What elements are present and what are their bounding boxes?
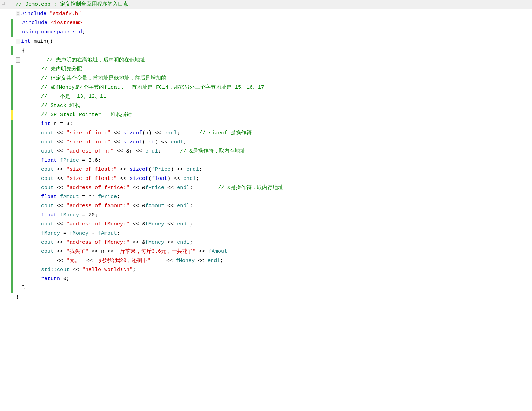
token: endl (183, 176, 196, 182)
token: ; (220, 258, 223, 264)
token: cout (41, 139, 54, 145)
fold-button[interactable] (0, 193, 6, 202)
code-line: // Stack 堆栈 (0, 101, 532, 110)
token: << & (129, 221, 145, 227)
line-text: #include <iostream> (13, 19, 532, 28)
token: endl (164, 130, 177, 136)
code-line: } (0, 293, 532, 302)
fold-button[interactable] (0, 293, 6, 302)
token: "address of fAmout:" (66, 203, 129, 209)
gutter-area (0, 238, 11, 247)
fold-button[interactable] (0, 46, 6, 55)
fold-button[interactable] (0, 220, 6, 229)
token (16, 221, 41, 227)
token: // sizeof 是操作符 (199, 130, 252, 136)
token (16, 249, 41, 255)
token: fPrice (152, 167, 171, 173)
gutter-area (0, 101, 11, 110)
line-text: float fMoney = 20; (13, 211, 532, 220)
token: << (54, 221, 66, 227)
fold-button[interactable] (0, 238, 6, 247)
fold-button[interactable] (0, 138, 6, 147)
code-line: cout << "address of n:" << &n << endl; /… (0, 147, 532, 156)
code-line: } (0, 284, 532, 293)
token: << (54, 240, 66, 245)
fold-button[interactable] (0, 92, 6, 101)
token: "元。" (66, 258, 83, 264)
fold-icon[interactable]: □ (16, 39, 20, 44)
fold-button[interactable] (0, 147, 6, 156)
fold-button[interactable] (0, 101, 6, 110)
token (16, 194, 41, 200)
token: ) << (167, 176, 183, 182)
fold-button[interactable] (0, 74, 6, 83)
token: fMoney (145, 240, 164, 245)
token: main() (31, 39, 53, 45)
fold-button[interactable] (0, 165, 6, 174)
code-line: float fPrice = 3.6; (0, 156, 532, 165)
fold-icon[interactable]: □ (16, 57, 20, 63)
token: << (111, 139, 123, 145)
line-text: cout << "address of fMoney:" << &fMoney … (13, 238, 532, 247)
token: ; (189, 240, 193, 245)
token: // SP Stack Pointer 堆栈指针 (41, 112, 132, 118)
token: endl (171, 139, 183, 145)
token: << & (129, 240, 145, 245)
fold-button[interactable] (0, 183, 6, 193)
code-line: cout << "size of int:" << sizeof(n) << e… (0, 129, 532, 138)
token: << n << (88, 249, 117, 255)
fold-button[interactable] (0, 202, 6, 211)
token: = 3.6; (79, 157, 101, 163)
token: << (164, 221, 177, 227)
token: // 如fMoney是4个字节的float， 首地址是 FC14，那它另外三个字… (41, 85, 264, 90)
code-line: □#include "stdafx.h" (0, 9, 532, 19)
token: fMoney (69, 230, 88, 236)
token: = (60, 230, 69, 236)
token: float (152, 176, 167, 182)
fold-icon[interactable]: □ (16, 11, 20, 16)
fold-button[interactable] (0, 174, 6, 183)
fold-button[interactable] (0, 9, 6, 19)
token: (n) << (142, 130, 164, 136)
line-text: // 先声明先分配 (13, 65, 532, 74)
code-editor: □// Demo.cpp : 定义控制台应用程序的入口点。□#include "… (0, 0, 532, 411)
token: "address of fPrice:" (66, 185, 129, 191)
fold-button[interactable] (0, 211, 6, 220)
fold-button[interactable] (0, 83, 6, 92)
fold-button[interactable] (0, 110, 6, 120)
fold-button[interactable] (0, 247, 6, 256)
token: = n* (79, 194, 98, 200)
fold-button[interactable] (0, 256, 6, 265)
fold-button[interactable] (0, 129, 6, 138)
fold-button[interactable] (0, 275, 6, 284)
fold-button[interactable] (0, 19, 6, 28)
code-line: □int main() (0, 37, 532, 46)
fold-button[interactable]: □ (0, 0, 6, 9)
code-line: cout << "address of fPrice:" << &fPrice … (0, 183, 532, 193)
token: << & (129, 185, 145, 191)
token (16, 130, 41, 136)
fold-button[interactable] (0, 120, 6, 129)
token: << (54, 185, 66, 191)
token: } (16, 294, 19, 300)
fold-button[interactable] (0, 156, 6, 165)
fold-button[interactable] (0, 229, 6, 238)
fold-button[interactable] (0, 55, 6, 65)
token: int (21, 39, 31, 45)
fold-button[interactable] (0, 265, 6, 275)
token: sizeof (123, 130, 142, 136)
token: // 先声明的在高地址，后声明的在低地址 (46, 57, 145, 63)
token: << (117, 176, 129, 182)
token: << (54, 176, 66, 182)
fold-button[interactable] (0, 65, 6, 74)
token: // 不是 13、12、11 (41, 94, 106, 100)
token: int (41, 121, 51, 127)
fold-button[interactable] (0, 284, 6, 293)
token: ; (189, 185, 218, 191)
code-line: cout << "size of int:" << sizeof(int) <<… (0, 138, 532, 147)
token: std (73, 29, 82, 35)
fold-button[interactable] (0, 28, 6, 37)
token: float (41, 157, 57, 163)
token: ; (82, 29, 85, 35)
fold-button[interactable] (0, 37, 6, 46)
